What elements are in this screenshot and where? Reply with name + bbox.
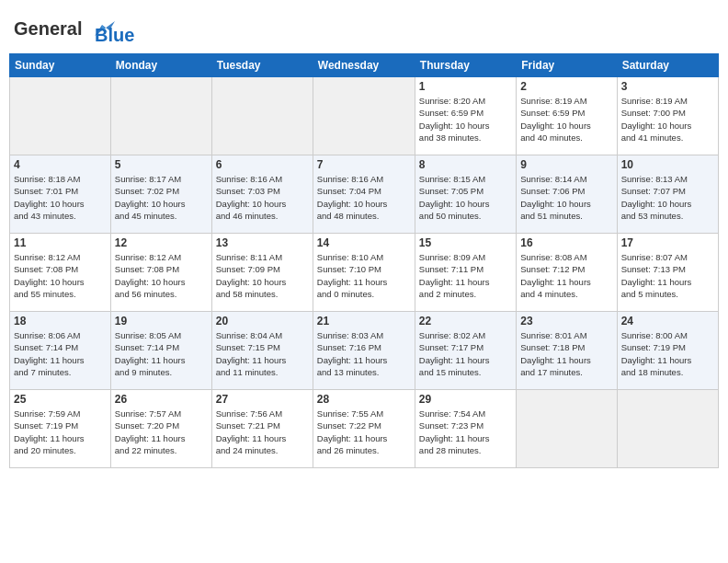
day-info: Sunrise: 8:20 AM Sunset: 6:59 PM Dayligh… xyxy=(419,95,512,144)
day-number: 26 xyxy=(115,393,208,406)
calendar-day-cell: 28Sunrise: 7:55 AM Sunset: 7:22 PM Dayli… xyxy=(313,390,415,468)
day-info: Sunrise: 8:16 AM Sunset: 7:04 PM Dayligh… xyxy=(317,173,411,222)
calendar-day-cell xyxy=(517,390,617,468)
day-of-week-header: Saturday xyxy=(617,54,718,77)
day-info: Sunrise: 7:59 AM Sunset: 7:19 PM Dayligh… xyxy=(14,408,107,456)
calendar-day-cell: 9Sunrise: 8:14 AM Sunset: 7:06 PM Daylig… xyxy=(517,155,617,234)
day-info: Sunrise: 8:02 AM Sunset: 7:17 PM Dayligh… xyxy=(419,329,512,378)
calendar-day-cell: 24Sunrise: 8:00 AM Sunset: 7:19 PM Dayli… xyxy=(617,312,718,390)
day-of-week-header: Sunday xyxy=(10,54,111,77)
calendar-day-cell: 8Sunrise: 8:15 AM Sunset: 7:05 PM Daylig… xyxy=(415,155,516,234)
day-info: Sunrise: 8:03 AM Sunset: 7:16 PM Dayligh… xyxy=(317,329,411,378)
calendar-day-cell xyxy=(617,390,718,468)
day-info: Sunrise: 8:10 AM Sunset: 7:10 PM Dayligh… xyxy=(317,251,411,300)
day-info: Sunrise: 7:54 AM Sunset: 7:23 PM Dayligh… xyxy=(419,408,512,456)
calendar-day-cell: 5Sunrise: 8:17 AM Sunset: 7:02 PM Daylig… xyxy=(110,155,211,234)
day-of-week-header: Tuesday xyxy=(211,54,313,77)
calendar-day-cell: 10Sunrise: 8:13 AM Sunset: 7:07 PM Dayli… xyxy=(617,155,718,234)
calendar-body: 1Sunrise: 8:20 AM Sunset: 6:59 PM Daylig… xyxy=(10,77,719,468)
logo-general: General xyxy=(14,18,82,39)
day-info: Sunrise: 8:01 AM Sunset: 7:18 PM Dayligh… xyxy=(520,329,612,378)
calendar-day-cell: 18Sunrise: 8:06 AM Sunset: 7:14 PM Dayli… xyxy=(10,312,111,390)
day-number: 29 xyxy=(419,393,512,406)
logo-blue: Blue xyxy=(95,25,134,45)
calendar-day-cell: 2Sunrise: 8:19 AM Sunset: 6:59 PM Daylig… xyxy=(517,77,617,155)
calendar-day-cell: 7Sunrise: 8:16 AM Sunset: 7:04 PM Daylig… xyxy=(313,155,415,234)
calendar-day-cell: 6Sunrise: 8:16 AM Sunset: 7:03 PM Daylig… xyxy=(211,155,313,234)
calendar-day-cell xyxy=(110,77,211,155)
calendar-day-cell: 29Sunrise: 7:54 AM Sunset: 7:23 PM Dayli… xyxy=(415,390,516,468)
day-number: 25 xyxy=(14,393,107,406)
calendar-day-cell: 19Sunrise: 8:05 AM Sunset: 7:14 PM Dayli… xyxy=(110,312,211,390)
calendar-day-cell: 21Sunrise: 8:03 AM Sunset: 7:16 PM Dayli… xyxy=(313,312,415,390)
calendar-week-row: 4Sunrise: 8:18 AM Sunset: 7:01 PM Daylig… xyxy=(10,155,719,234)
calendar-week-row: 11Sunrise: 8:12 AM Sunset: 7:08 PM Dayli… xyxy=(10,234,719,312)
day-number: 2 xyxy=(520,80,612,93)
calendar-week-row: 1Sunrise: 8:20 AM Sunset: 6:59 PM Daylig… xyxy=(10,77,719,155)
day-info: Sunrise: 8:07 AM Sunset: 7:13 PM Dayligh… xyxy=(621,251,714,300)
day-number: 7 xyxy=(317,158,411,171)
day-number: 20 xyxy=(216,315,309,327)
day-info: Sunrise: 7:55 AM Sunset: 7:22 PM Dayligh… xyxy=(317,408,411,456)
day-info: Sunrise: 8:09 AM Sunset: 7:11 PM Dayligh… xyxy=(419,251,512,300)
calendar-day-cell: 13Sunrise: 8:11 AM Sunset: 7:09 PM Dayli… xyxy=(211,234,313,312)
page-header: General Blue xyxy=(9,9,719,46)
calendar-day-cell: 16Sunrise: 8:08 AM Sunset: 7:12 PM Dayli… xyxy=(517,234,617,312)
calendar-day-cell: 15Sunrise: 8:09 AM Sunset: 7:11 PM Dayli… xyxy=(415,234,516,312)
day-number: 6 xyxy=(216,158,309,171)
day-info: Sunrise: 8:13 AM Sunset: 7:07 PM Dayligh… xyxy=(621,173,714,222)
calendar-day-cell: 3Sunrise: 8:19 AM Sunset: 7:00 PM Daylig… xyxy=(617,77,718,155)
day-number: 15 xyxy=(419,236,512,249)
day-number: 3 xyxy=(621,80,714,93)
day-number: 18 xyxy=(14,315,107,327)
calendar-week-row: 18Sunrise: 8:06 AM Sunset: 7:14 PM Dayli… xyxy=(10,312,719,390)
day-info: Sunrise: 8:19 AM Sunset: 6:59 PM Dayligh… xyxy=(520,95,612,144)
day-number: 11 xyxy=(14,236,107,249)
calendar-day-cell: 22Sunrise: 8:02 AM Sunset: 7:17 PM Dayli… xyxy=(415,312,516,390)
calendar-day-cell: 4Sunrise: 8:18 AM Sunset: 7:01 PM Daylig… xyxy=(10,155,111,234)
calendar-week-row: 25Sunrise: 7:59 AM Sunset: 7:19 PM Dayli… xyxy=(10,390,719,468)
calendar-day-cell: 20Sunrise: 8:04 AM Sunset: 7:15 PM Dayli… xyxy=(211,312,313,390)
day-info: Sunrise: 8:16 AM Sunset: 7:03 PM Dayligh… xyxy=(216,173,309,222)
day-number: 9 xyxy=(520,158,612,171)
day-of-week-header: Friday xyxy=(517,54,617,77)
day-info: Sunrise: 8:11 AM Sunset: 7:09 PM Dayligh… xyxy=(216,251,309,300)
day-info: Sunrise: 7:57 AM Sunset: 7:20 PM Dayligh… xyxy=(115,408,208,456)
calendar-day-cell xyxy=(10,77,111,155)
day-number: 5 xyxy=(115,158,208,171)
day-info: Sunrise: 8:19 AM Sunset: 7:00 PM Dayligh… xyxy=(621,95,714,144)
day-of-week-header: Thursday xyxy=(415,54,516,77)
day-number: 19 xyxy=(115,315,208,327)
day-number: 22 xyxy=(419,315,512,327)
calendar-day-cell: 27Sunrise: 7:56 AM Sunset: 7:21 PM Dayli… xyxy=(211,390,313,468)
day-info: Sunrise: 7:56 AM Sunset: 7:21 PM Dayligh… xyxy=(216,408,309,456)
day-number: 12 xyxy=(115,236,208,249)
day-number: 1 xyxy=(419,80,512,93)
day-number: 24 xyxy=(621,315,714,327)
day-info: Sunrise: 8:18 AM Sunset: 7:01 PM Dayligh… xyxy=(14,173,107,222)
day-info: Sunrise: 8:14 AM Sunset: 7:06 PM Dayligh… xyxy=(520,173,612,222)
day-info: Sunrise: 8:05 AM Sunset: 7:14 PM Dayligh… xyxy=(115,329,208,378)
day-number: 16 xyxy=(520,236,612,249)
calendar-day-cell: 26Sunrise: 7:57 AM Sunset: 7:20 PM Dayli… xyxy=(110,390,211,468)
days-header-row: SundayMondayTuesdayWednesdayThursdayFrid… xyxy=(10,54,719,77)
day-info: Sunrise: 8:04 AM Sunset: 7:15 PM Dayligh… xyxy=(216,329,309,378)
day-number: 10 xyxy=(621,158,714,171)
day-info: Sunrise: 8:17 AM Sunset: 7:02 PM Dayligh… xyxy=(115,173,208,222)
calendar-day-cell: 25Sunrise: 7:59 AM Sunset: 7:19 PM Dayli… xyxy=(10,390,111,468)
day-info: Sunrise: 8:00 AM Sunset: 7:19 PM Dayligh… xyxy=(621,329,714,378)
day-info: Sunrise: 8:12 AM Sunset: 7:08 PM Dayligh… xyxy=(115,251,208,300)
day-info: Sunrise: 8:08 AM Sunset: 7:12 PM Dayligh… xyxy=(520,251,612,300)
day-info: Sunrise: 8:15 AM Sunset: 7:05 PM Dayligh… xyxy=(419,173,512,222)
logo: General Blue xyxy=(14,14,134,46)
calendar-day-cell: 23Sunrise: 8:01 AM Sunset: 7:18 PM Dayli… xyxy=(517,312,617,390)
day-number: 8 xyxy=(419,158,512,171)
day-of-week-header: Monday xyxy=(110,54,211,77)
day-number: 14 xyxy=(317,236,411,249)
day-info: Sunrise: 8:12 AM Sunset: 7:08 PM Dayligh… xyxy=(14,251,107,300)
day-of-week-header: Wednesday xyxy=(313,54,415,77)
day-number: 4 xyxy=(14,158,107,171)
calendar-day-cell: 1Sunrise: 8:20 AM Sunset: 6:59 PM Daylig… xyxy=(415,77,516,155)
calendar-table: SundayMondayTuesdayWednesdayThursdayFrid… xyxy=(9,53,719,468)
calendar-day-cell: 14Sunrise: 8:10 AM Sunset: 7:10 PM Dayli… xyxy=(313,234,415,312)
